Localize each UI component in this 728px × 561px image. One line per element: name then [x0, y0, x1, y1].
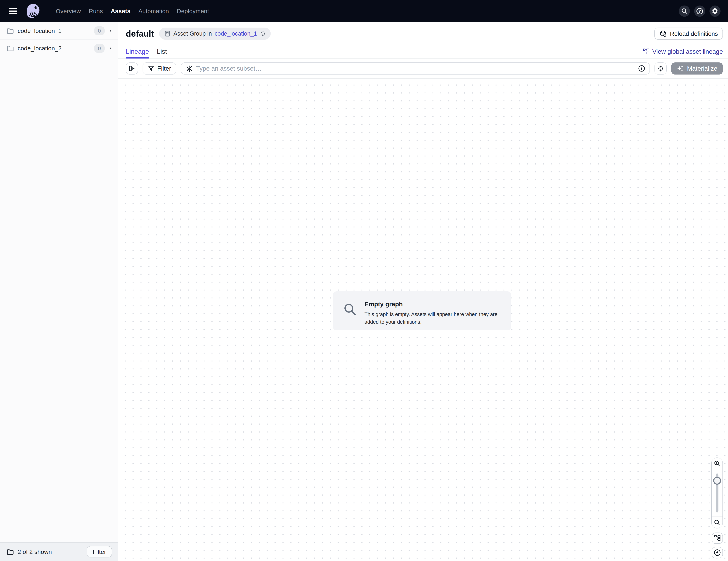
reload-definitions-label: Reload definitions [670, 30, 718, 37]
shown-count-status: 2 of 2 shown [18, 548, 83, 555]
reload-definitions-button[interactable]: Reload definitions [654, 28, 723, 40]
zoom-slider-thumb[interactable] [713, 477, 721, 484]
asset-group-badge-text: Asset Group in [174, 30, 212, 37]
folder-icon [7, 45, 14, 52]
menu-icon [9, 8, 17, 15]
asset-group-badge: Asset Group in code_location_1 [159, 28, 271, 40]
fit-lineage-button[interactable] [712, 533, 723, 544]
asset-subset-input[interactable] [196, 65, 635, 72]
open-panel-button[interactable] [126, 62, 138, 75]
primary-nav: Overview Runs Assets Automation Deployme… [55, 6, 210, 17]
gear-icon [711, 8, 718, 15]
materialize-button[interactable]: Materialize [671, 62, 723, 75]
search-button[interactable] [679, 6, 690, 17]
view-global-asset-lineage-link[interactable]: View global asset lineage [643, 45, 723, 58]
info-icon[interactable] [638, 65, 645, 72]
asset-subset-search [181, 62, 650, 75]
sync-icon[interactable] [260, 31, 266, 37]
graph-toolbar: Filter [118, 59, 728, 79]
refresh-graph-button[interactable] [654, 62, 667, 75]
asset-count-badge: 0 [94, 44, 104, 53]
main-panel: default Asset Group in code_location_1 [118, 22, 728, 561]
asset-group-icon [164, 30, 171, 37]
empty-graph-title: Empty graph [365, 300, 505, 308]
download-icon [714, 549, 721, 556]
reload-definitions-icon [659, 30, 667, 37]
op-selector-icon [185, 65, 193, 72]
page-title: default [126, 29, 154, 39]
dagster-logo [24, 2, 42, 20]
download-image-button[interactable] [712, 547, 723, 558]
sidebar: code_location_1 0 code_location_2 0 2 of… [0, 22, 118, 561]
asset-count-badge: 0 [94, 26, 104, 35]
zoom-out-button[interactable] [712, 517, 722, 528]
zoom-out-icon [714, 519, 720, 526]
nav-item-overview[interactable]: Overview [55, 6, 82, 17]
tab-bar: Lineage List View global asset lineage [118, 45, 728, 59]
sidebar-filter-button[interactable]: Filter [87, 546, 112, 557]
nav-item-deployment[interactable]: Deployment [176, 6, 210, 17]
code-location-link[interactable]: code_location_1 [215, 30, 257, 37]
zoom-in-button[interactable] [712, 458, 722, 469]
code-location-label: code_location_2 [18, 45, 90, 52]
svg-text:?: ? [698, 9, 701, 14]
panel-toggle-icon [128, 65, 136, 72]
graph-canvas[interactable]: Empty graph This graph is empty. Assets … [118, 79, 728, 561]
chevron-right-icon[interactable] [108, 46, 113, 51]
folder-icon [7, 27, 14, 35]
magnifier-icon [343, 302, 357, 316]
zoom-control [711, 457, 723, 528]
settings-button[interactable] [709, 6, 721, 17]
refresh-icon [657, 65, 664, 72]
sidebar-footer: 2 of 2 shown Filter [0, 542, 118, 561]
tab-list[interactable]: List [157, 45, 167, 58]
filter-button-label: Filter [157, 65, 171, 72]
help-button[interactable]: ? [694, 6, 705, 17]
top-nav: Overview Runs Assets Automation Deployme… [0, 0, 728, 22]
zoom-slider[interactable] [712, 469, 722, 517]
filter-button[interactable]: Filter [143, 62, 176, 75]
page-header: default Asset Group in code_location_1 [118, 22, 728, 45]
search-icon [681, 8, 688, 14]
tab-lineage[interactable]: Lineage [126, 45, 149, 58]
folder-icon [7, 548, 14, 556]
empty-graph-body: This graph is empty. Assets will appear … [365, 310, 505, 326]
sidebar-item-code-location-1[interactable]: code_location_1 0 [0, 22, 118, 40]
code-location-label: code_location_1 [18, 27, 90, 34]
help-icon: ? [696, 7, 703, 15]
sidebar-item-code-location-2[interactable]: code_location_2 0 [0, 40, 118, 57]
nav-item-assets[interactable]: Assets [110, 6, 132, 17]
zoom-in-icon [714, 460, 720, 467]
dagster-app: Overview Runs Assets Automation Deployme… [0, 0, 728, 561]
menu-button[interactable] [7, 5, 20, 18]
nav-item-runs[interactable]: Runs [88, 6, 104, 17]
sparkle-icon [677, 65, 684, 72]
materialize-label: Materialize [687, 65, 717, 72]
empty-graph-text: Empty graph This graph is empty. Assets … [365, 300, 505, 321]
lineage-icon [643, 48, 650, 55]
lineage-icon [714, 535, 721, 541]
empty-graph-card: Empty graph This graph is empty. Assets … [333, 291, 511, 330]
view-global-asset-lineage-label: View global asset lineage [652, 48, 723, 55]
nav-item-automation[interactable]: Automation [137, 6, 170, 17]
nav-actions: ? [679, 6, 721, 17]
chevron-right-icon[interactable] [108, 28, 113, 33]
filter-funnel-icon [148, 65, 154, 72]
